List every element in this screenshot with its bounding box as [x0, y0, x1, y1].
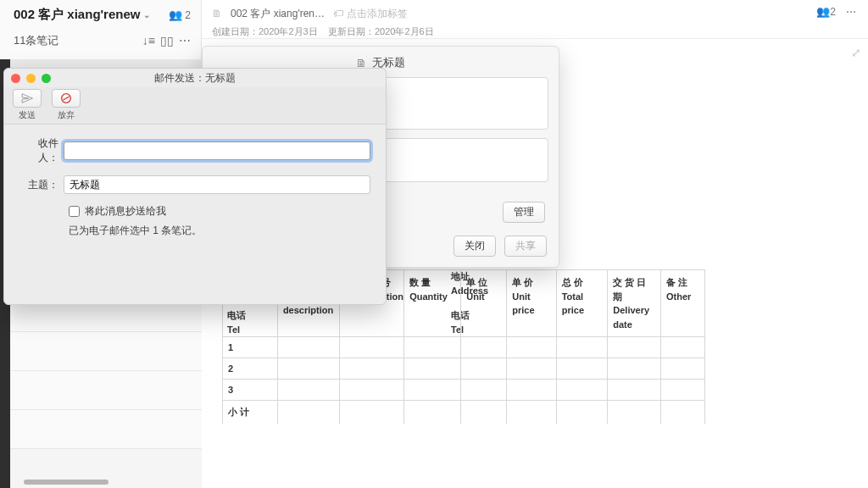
manage-button[interactable]: 管理 [503, 202, 545, 223]
table-row[interactable]: 2 [223, 358, 705, 380]
cc-me-label: 将此消息抄送给我 [85, 204, 166, 219]
mail-note: 已为电子邮件选中 1 条笔记。 [69, 224, 370, 238]
expand-icon[interactable]: ⤢ [851, 46, 861, 59]
doc-share-count: 2 [830, 6, 836, 18]
svg-line-1 [64, 97, 70, 100]
mail-form: 收件人： 主题： 将此消息抄送给我 已为电子邮件选中 1 条笔记。 [4, 125, 386, 238]
cc-me-checkbox[interactable]: 将此消息抄送给我 [69, 204, 370, 219]
document-header: 🗎 002 客户 xiang'ren… 🏷 点击添加标签 创建日期：2020年2… [202, 0, 868, 39]
view-icon[interactable]: ▯▯ [160, 34, 174, 47]
more-icon[interactable]: ⋯ [179, 34, 191, 47]
notebook-share-count: 2 [185, 9, 191, 21]
list-item[interactable] [10, 410, 202, 449]
no-entry-icon [52, 89, 81, 108]
to-label: 收件人： [19, 136, 64, 165]
cc-me-input[interactable] [69, 206, 80, 217]
tag-field[interactable]: 🏷 点击添加标签 [333, 7, 408, 21]
chevron-down-icon: ⌄ [143, 10, 150, 19]
share-dialog-title: 🗎 无标题 [203, 47, 559, 70]
created-date: 创建日期：2020年2月3日 [212, 26, 318, 36]
note-count-label: 11条笔记 [14, 33, 58, 48]
send-label: 发送 [19, 110, 36, 119]
scrollbar-thumb[interactable] [24, 480, 108, 485]
list-item[interactable] [10, 371, 202, 410]
mail-window-title: 邮件发送：无标题 [4, 71, 386, 86]
share-button[interactable]: 共享 [504, 236, 547, 257]
updated-date: 更新日期：2020年2月6日 [328, 26, 434, 36]
doc-more-icon[interactable]: ⋯ [846, 6, 856, 18]
notebook-subheader: 11条笔记 ↓≡ ▯▯ ⋯ [0, 23, 201, 57]
list-item[interactable] [10, 332, 202, 371]
people-icon: 👥 [169, 8, 182, 21]
document-meta: 创建日期：2020年2月3日 更新日期：2020年2月6日 [212, 25, 858, 38]
mail-toolbar: 发送 放弃 [4, 87, 386, 125]
tag-placeholder: 点击添加标签 [347, 7, 408, 21]
note-icon: 🗎 [212, 8, 222, 19]
people-icon: 👥 [816, 5, 830, 18]
mail-compose-window: 邮件发送：无标题 发送 放弃 收件人： 主题： 将此消息抄送给我 已为电子 [3, 68, 387, 305]
table-row[interactable]: 1 [223, 337, 705, 358]
notebook-title-text: 002 客户 xiang'renew [14, 7, 140, 23]
subject-label: 主题： [19, 178, 64, 192]
table-subtotal-row: 小 计 [223, 401, 705, 424]
document-title[interactable]: 002 客户 xiang'ren… [231, 7, 325, 21]
sort-icon[interactable]: ↓≡ [142, 34, 155, 47]
notebook-share-indicator[interactable]: 👥 2 [169, 8, 191, 21]
doc-share-indicator[interactable]: 👥2 [816, 5, 836, 18]
send-button[interactable]: 发送 [11, 89, 43, 122]
to-input[interactable] [64, 141, 370, 160]
discard-label: 放弃 [58, 110, 75, 119]
close-button[interactable]: 关闭 [453, 236, 496, 257]
notebook-header: 002 客户 xiang'renew ⌄ 👥 2 [0, 0, 201, 23]
table-row[interactable]: 3 [223, 380, 705, 401]
mail-titlebar[interactable]: 邮件发送：无标题 [4, 69, 386, 87]
notebook-title[interactable]: 002 客户 xiang'renew ⌄ [14, 7, 150, 23]
subject-input[interactable] [64, 175, 370, 194]
paper-plane-icon [13, 89, 42, 108]
tag-icon: 🏷 [333, 8, 343, 19]
discard-button[interactable]: 放弃 [50, 89, 82, 122]
